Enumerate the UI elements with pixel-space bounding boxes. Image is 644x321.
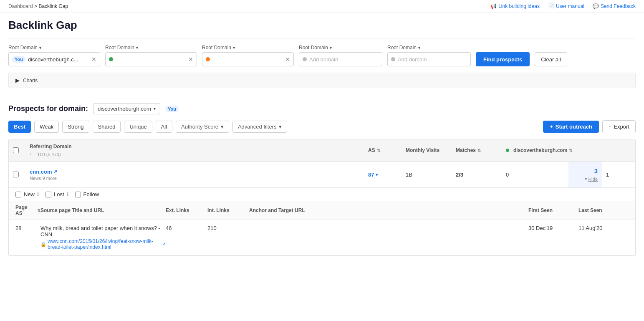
breadcrumb-parent[interactable]: Dashboard [8, 3, 33, 9]
cnn-domain-tags: News 9 more [30, 176, 57, 181]
td-monthly-visits-cnn: 1B [402, 162, 452, 187]
sub-table-row: 28 Why milk, bread and toilet paper when… [9, 220, 635, 255]
sub-td-anchor-url [249, 225, 528, 250]
th-referring-domain-sub: 1 – 100 (5,470) [30, 152, 61, 157]
megaphone-icon: 📢 [490, 3, 497, 9]
breadcrumb: Dashboard > Backlink Gap [8, 3, 68, 9]
domain-value-1: discovertheburgh.c... [28, 56, 89, 63]
export-button[interactable]: ↑ Export [602, 120, 636, 133]
td-last-cnn: 1 [602, 162, 635, 187]
domain-group-2: Root Domain ▾ ✕ [105, 45, 197, 66]
domain-label-2[interactable]: Root Domain ▾ [105, 45, 197, 51]
domain-input-4[interactable]: Add domain [299, 52, 382, 66]
prospects-header: Prospects for domain: discovertheburgh.c… [8, 103, 636, 114]
prospects-section: Prospects for domain: discovertheburgh.c… [0, 95, 644, 256]
top-nav: Dashboard > Backlink Gap 📢 Link building… [0, 0, 644, 13]
th-referring-domain-label: Referring Domain [30, 144, 72, 149]
lost-checkbox[interactable] [45, 192, 51, 197]
domain-group-4: Root Domain ▾ Add domain [299, 45, 382, 66]
chevron-down-icon-5: ▾ [418, 45, 420, 50]
domain-label-3[interactable]: Root Domain ▾ [202, 45, 294, 51]
start-outreach-label: Start outreach [556, 124, 592, 130]
sub-th-page-as: Page AS ⇅ [15, 205, 40, 216]
charts-toggle-label: Charts [23, 78, 38, 83]
domain-label-4[interactable]: Root Domain ▾ [299, 45, 382, 51]
chevron-down-icon-advanced: ▾ [279, 124, 282, 130]
close-domain-1[interactable]: ✕ [91, 56, 96, 63]
select-all-checkbox[interactable] [13, 147, 19, 153]
selected-domain-text: discovertheburgh.com [98, 106, 151, 112]
close-domain-2[interactable]: ✕ [188, 56, 193, 63]
domain-selector-dropdown[interactable]: discovertheburgh.com ▾ [93, 103, 160, 114]
follow-checkbox[interactable] [75, 192, 81, 197]
td-matches-cnn: 2/3 [452, 162, 502, 187]
th-checkbox [9, 139, 25, 161]
find-prospects-button[interactable]: Find prospects [476, 52, 530, 66]
th-discovertheburgh: discovertheburgh.com ⇅ [502, 139, 568, 161]
filter-weak-button[interactable]: Weak [34, 121, 59, 133]
expanded-row-cnn: New ℹ Lost ℹ Follow Page AS ⇅ [9, 188, 635, 256]
add-placeholder-5: Add domain [398, 56, 427, 63]
th-as-label: AS [368, 147, 375, 153]
sub-td-last-seen: 11 Aug'20 [578, 225, 629, 250]
domain-group-5: Root Domain ▾ Add domain [387, 45, 471, 66]
chevron-up-icon: ▾ [585, 176, 587, 182]
orange-dot-icon [206, 57, 210, 61]
sort-matches-icon[interactable]: ⇅ [477, 148, 481, 153]
authority-score-dropdown[interactable]: Authority Score ▾ [176, 121, 229, 133]
domain-label-1[interactable]: Root Domain ▾ [8, 45, 100, 51]
table-row: cnn.com ↗ News 9 more 87 ▾ 1B 2/3 0 [9, 162, 635, 188]
user-manual-link[interactable]: 📄 User manual [548, 3, 584, 9]
filter-shared-button[interactable]: Shared [93, 121, 121, 133]
lost-checkbox-label[interactable]: Lost ℹ [45, 191, 68, 197]
source-page-url[interactable]: 🔒 www.cnn.com/2015/01/26/living/feat-sno… [40, 238, 166, 250]
start-outreach-button[interactable]: + Start outreach [543, 121, 599, 133]
cnn-domain-link[interactable]: cnn.com ↗ [30, 169, 57, 175]
close-domain-3[interactable]: ✕ [285, 56, 290, 63]
filter-unique-button[interactable]: Unique [124, 121, 152, 133]
add-placeholder-4: Add domain [309, 56, 338, 63]
filter-all-button[interactable]: All [156, 121, 172, 133]
hide-link-cnn[interactable]: ▾ Hide [585, 176, 598, 182]
th-referring-domain: Referring Domain 1 – 100 (5,470) [25, 139, 364, 161]
you-badge-1: You [12, 56, 25, 63]
breadcrumb-separator: > [34, 3, 38, 9]
th-monthly-visits: Monthly Visits [402, 139, 452, 161]
domain-label-5[interactable]: Root Domain ▾ [387, 45, 471, 51]
new-checkbox[interactable] [15, 192, 21, 197]
advanced-filters-dropdown[interactable]: Advanced filters ▾ [232, 121, 288, 133]
new-info-icon: ℹ [37, 192, 39, 197]
td-discovertheburgh-cnn: 0 [502, 162, 568, 187]
th-as: AS ⇅ [364, 139, 402, 161]
as-chevron-icon[interactable]: ▾ [376, 172, 378, 177]
sub-th-first-seen: First Seen [528, 205, 578, 216]
th-matches: Matches ⇅ [452, 139, 502, 161]
plus-icon: + [550, 124, 553, 130]
external-link-icon-2: ↗ [162, 242, 166, 247]
send-feedback-link[interactable]: 💬 Send Feedback [593, 3, 636, 9]
export-label: Export [614, 124, 629, 130]
sort-page-as-icon[interactable]: ⇅ [37, 208, 40, 213]
charts-section[interactable]: ▶ Charts [8, 73, 636, 88]
td-highlighted-cnn: 3 ▾ Hide [568, 162, 602, 187]
row-checkbox-cnn[interactable] [13, 172, 19, 177]
chevron-down-icon-4: ▾ [330, 45, 332, 50]
td-checkbox-cnn [9, 162, 25, 187]
cnn-as-value: 87 ▾ [368, 172, 378, 178]
new-checkbox-label[interactable]: New ℹ [15, 191, 39, 197]
sub-td-page-as: 28 [15, 225, 40, 250]
sort-as-icon[interactable]: ⇅ [377, 148, 380, 153]
domain-group-1: Root Domain ▾ You discovertheburgh.c... … [8, 45, 100, 66]
filter-best-button[interactable]: Best [8, 121, 31, 133]
domain-input-5[interactable]: Add domain [387, 52, 471, 66]
clear-all-button[interactable]: Clear all [535, 52, 567, 66]
sub-td-int-links: 210 [207, 225, 249, 250]
filter-strong-button[interactable]: Strong [62, 121, 89, 133]
page-title: Backlink Gap [8, 19, 636, 32]
follow-checkbox-label[interactable]: Follow [75, 191, 99, 197]
td-as-cnn: 87 ▾ [364, 162, 402, 187]
lock-icon: 🔒 [40, 242, 46, 247]
chevron-right-icon: ▶ [15, 77, 20, 83]
prospects-for-label: Prospects for domain: [8, 104, 88, 113]
link-building-ideas-link[interactable]: 📢 Link building ideas [490, 3, 540, 9]
